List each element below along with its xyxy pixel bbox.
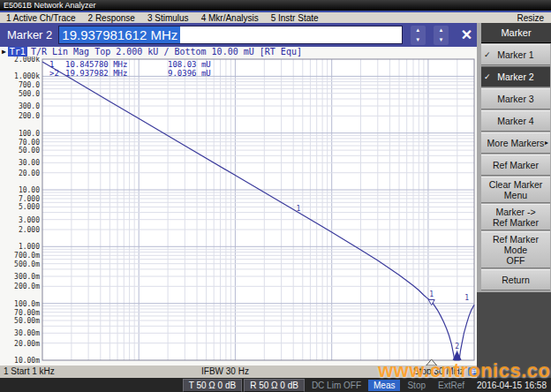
menu-bar: 1 Active Ch/Trace2 Response3 Stimulus4 M… bbox=[0, 11, 551, 23]
start-frequency-label: 1 Start 1 kHz bbox=[4, 366, 55, 376]
softkey-marker-1[interactable]: ✓Marker 1 bbox=[481, 44, 550, 65]
svg-text:3.000: 3.000 bbox=[19, 216, 40, 224]
softkey-label: Marker -> Ref Marker bbox=[493, 207, 539, 228]
plot-svg: 2.000k1.000k700.0500.0300.0200.0100.070.… bbox=[0, 57, 477, 366]
status-segments: T 50 Ω 0 dBR 50 Ω 0 dBDC Lim OFFMeasStop… bbox=[181, 379, 470, 392]
check-icon: ✓ bbox=[484, 49, 491, 60]
marker-readout: 110.845780 MHz108.03 mU>219.937982 MHz9.… bbox=[49, 60, 211, 78]
svg-text:10.00: 10.00 bbox=[19, 186, 40, 194]
arrow-up-icon[interactable]: ▲ bbox=[415, 27, 420, 33]
readout-n: 1 bbox=[49, 60, 65, 69]
svg-text:70.00m: 70.00m bbox=[14, 309, 40, 317]
softkey-label: Marker 4 bbox=[497, 116, 533, 126]
menu-items-container: 1 Active Ch/Trace2 Response3 Stimulus4 M… bbox=[0, 13, 325, 23]
svg-text:5.000: 5.000 bbox=[19, 203, 40, 211]
datetime-label: 2016-04-15 16:58 bbox=[472, 380, 551, 391]
status-seg-stop: Stop bbox=[402, 380, 431, 391]
softkey-label: Marker 1 bbox=[497, 49, 533, 60]
softkey-label: Return bbox=[502, 275, 530, 285]
softkey-marker-3[interactable]: Marker 3 bbox=[481, 88, 550, 109]
entry-label: Marker 2 bbox=[7, 28, 52, 41]
svg-text:30.00: 30.00 bbox=[19, 159, 40, 167]
svg-text:300.0: 300.0 bbox=[19, 102, 40, 110]
readout-freq: 10.845780 MHz bbox=[65, 60, 168, 69]
svg-text:2: 2 bbox=[455, 343, 459, 351]
svg-text:700.0m: 700.0m bbox=[14, 252, 40, 260]
softkey-label: Ref Marker Mode OFF bbox=[487, 234, 545, 266]
readout-val: 9.0396 mU bbox=[168, 69, 211, 78]
svg-text:1: 1 bbox=[429, 290, 434, 298]
window-title: E5061B Network Analyzer bbox=[0, 0, 551, 11]
readout-n: >2 bbox=[49, 69, 65, 78]
svg-text:50.00: 50.00 bbox=[19, 147, 40, 155]
softkey-filler bbox=[477, 292, 551, 378]
menu-item-5[interactable]: 5 Instr State bbox=[265, 13, 325, 23]
arrow-down-icon[interactable]: ▼ bbox=[415, 37, 420, 42]
trace-arrow-icon: ▶ bbox=[2, 48, 6, 56]
softkey-panel: Marker ✓Marker 1✓Marker 2Marker 3Marker … bbox=[477, 23, 551, 378]
readout-row: >219.937982 MHz9.0396 mU bbox=[49, 69, 211, 78]
softkey-label: Clear Marker Menu bbox=[489, 179, 543, 200]
plot-area[interactable]: 2.000k1.000k700.0500.0300.0200.0100.070.… bbox=[0, 57, 477, 366]
svg-text:300.0m: 300.0m bbox=[14, 273, 40, 281]
status-seg-extref: ExtRef bbox=[433, 380, 470, 391]
softkey-label: Marker 3 bbox=[497, 94, 533, 104]
stepper-fine[interactable]: ▲ ▼ bbox=[434, 26, 449, 45]
svg-text:50.00m: 50.00m bbox=[14, 317, 40, 325]
trace-badge: Tr1 bbox=[8, 47, 27, 57]
svg-text:200.0: 200.0 bbox=[19, 112, 40, 120]
check-icon: ✓ bbox=[484, 72, 491, 82]
svg-text:20.00m: 20.00m bbox=[14, 340, 40, 348]
ifbw-label: IFBW 30 Hz bbox=[201, 366, 249, 376]
svg-text:2.000k: 2.000k bbox=[14, 57, 40, 64]
arrow-down-icon[interactable]: ▼ bbox=[438, 37, 443, 42]
status-seg-meas: Meas bbox=[368, 380, 400, 391]
status-seg-r-50-0-db: R 50 Ω 0 dB bbox=[244, 379, 305, 392]
svg-text:700.0: 700.0 bbox=[19, 81, 40, 89]
svg-text:20.00: 20.00 bbox=[19, 170, 40, 177]
readout-val: 108.03 mU bbox=[168, 60, 211, 69]
svg-text:70.00: 70.00 bbox=[19, 139, 40, 147]
stimulus-bar: 1 Start 1 kHz IFBW 30 Hz Stop 30 MHz ⇄ bbox=[0, 366, 477, 378]
softkey-label: Ref Marker bbox=[493, 160, 539, 170]
stop-frequency-label: Stop 30 MHz bbox=[413, 366, 464, 376]
svg-text:1.000k: 1.000k bbox=[14, 72, 40, 80]
softkey-marker-2[interactable]: ✓Marker 2 bbox=[481, 66, 550, 87]
svg-text:500.0: 500.0 bbox=[19, 90, 40, 98]
app-window: E5061B Network Analyzer 1 Active Ch/Trac… bbox=[0, 0, 551, 392]
entry-selected-value: 19.937981612 MHz bbox=[59, 26, 180, 43]
svg-text:7.000: 7.000 bbox=[19, 195, 40, 203]
marker-frequency-input[interactable]: 19.937981612 MHz bbox=[58, 26, 402, 44]
submenu-arrow-icon: ▸ bbox=[545, 138, 548, 148]
readout-freq: 19.937982 MHz bbox=[65, 69, 168, 78]
softkey-ref-marker-mode-off[interactable]: Ref Marker Mode OFF bbox=[481, 231, 550, 268]
softkey-return[interactable]: Return bbox=[481, 269, 550, 290]
status-seg-dc-lim-off: DC Lim OFF bbox=[306, 380, 366, 391]
svg-text:1: 1 bbox=[296, 205, 300, 213]
svg-text:500.0m: 500.0m bbox=[14, 260, 40, 268]
svg-text:2.000: 2.000 bbox=[19, 226, 40, 234]
softkey-ref-marker[interactable]: Ref Marker bbox=[481, 155, 550, 176]
menu-item-3[interactable]: 3 Stimulus bbox=[141, 13, 195, 23]
marker-entry-bar: Marker 2 19.937981612 MHz ▲ ▼ ▲ ▼ ✕ bbox=[0, 23, 477, 47]
menu-item-2[interactable]: 2 Response bbox=[82, 13, 141, 23]
softkey-more-markers[interactable]: More Markers▸ bbox=[481, 132, 550, 154]
svg-text:30.00m: 30.00m bbox=[14, 329, 40, 337]
stepper-coarse[interactable]: ▲ ▼ bbox=[411, 26, 426, 45]
arrow-up-icon[interactable]: ▲ bbox=[438, 27, 443, 33]
svg-text:100.0m: 100.0m bbox=[14, 300, 40, 308]
softkey-marker-ref-marker[interactable]: Marker -> Ref Marker bbox=[481, 204, 550, 230]
svg-text:1: 1 bbox=[464, 294, 469, 302]
menu-item-4[interactable]: 4 Mkr/Analysis bbox=[195, 13, 265, 23]
readout-row: 110.845780 MHz108.03 mU bbox=[49, 60, 211, 69]
menu-item-1[interactable]: 1 Active Ch/Trace bbox=[0, 13, 82, 23]
softkey-clear-marker-menu[interactable]: Clear Marker Menu bbox=[481, 177, 550, 203]
svg-text:1.000: 1.000 bbox=[19, 243, 40, 251]
softkey-header: Marker bbox=[481, 23, 551, 43]
resize-button[interactable]: Resize bbox=[517, 13, 551, 23]
svg-text:100.0: 100.0 bbox=[19, 130, 40, 138]
status-seg-t-50-0-db: T 50 Ω 0 dB bbox=[183, 379, 242, 392]
status-bar: T 50 Ω 0 dBR 50 Ω 0 dBDC Lim OFFMeasStop… bbox=[0, 378, 551, 392]
softkey-marker-4[interactable]: Marker 4 bbox=[481, 110, 550, 132]
close-icon[interactable]: ✕ bbox=[457, 26, 477, 45]
